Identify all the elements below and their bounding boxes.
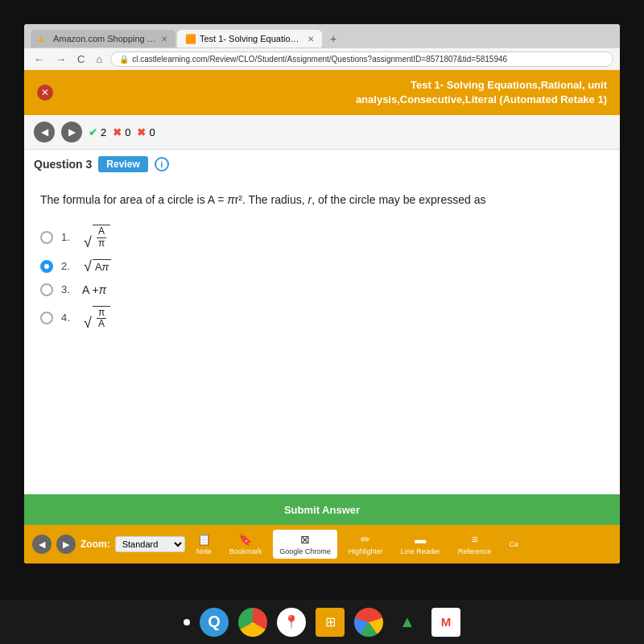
tab-castlelearning-close[interactable]: ✕	[308, 35, 314, 43]
amazon-favicon: a	[39, 34, 48, 43]
toolbar-back-button[interactable]: ◀	[32, 535, 52, 554]
lock-icon: 🔒	[119, 55, 129, 64]
option-3-number: 3.	[61, 283, 74, 295]
taskbar-grid-icon[interactable]: ⊞	[316, 608, 345, 637]
linereader-icon: ▬	[415, 533, 426, 546]
chrome-tool-icon: ⊠	[300, 533, 310, 546]
close-button[interactable]: ✕	[37, 85, 53, 101]
wrong-score-1: ✖ 0	[113, 126, 130, 138]
next-question-button[interactable]: ▶	[61, 122, 82, 142]
reference-icon: ≡	[471, 533, 477, 546]
x-icon-1: ✖	[113, 126, 122, 138]
note-tool-button[interactable]: 📋 Note	[190, 530, 218, 559]
taskbar-q-icon[interactable]: Q	[200, 608, 229, 637]
x-icon-2: ✖	[137, 126, 146, 138]
question-label-row: Question 3 Review i	[24, 150, 620, 179]
tab-bar: a Amazon.com Shopping Cart ✕ 🟧 Test 1- S…	[24, 24, 620, 48]
option-1-number: 1.	[61, 231, 74, 243]
browser-screen: a Amazon.com Shopping Cart ✕ 🟧 Test 1- S…	[24, 24, 620, 564]
bottom-toolbar: ◀ ▶ Zoom: Standard Large Extra Large 📋 N…	[24, 525, 620, 564]
back-button[interactable]: ←	[31, 52, 47, 67]
taskbar-drive-icon[interactable]: ▲	[393, 608, 422, 637]
browser-chrome: a Amazon.com Shopping Cart ✕ 🟧 Test 1- S…	[24, 24, 620, 70]
correct-count: 2	[101, 126, 106, 138]
question-number: Question 3	[34, 158, 92, 171]
linereader-tool-button[interactable]: ▬ Line Reader	[394, 530, 447, 559]
tab-amazon[interactable]: a Amazon.com Shopping Cart ✕	[31, 30, 175, 47]
option-3-formula: A + π	[82, 283, 106, 296]
option-1-radio[interactable]	[40, 231, 53, 244]
ca-label: Ca	[509, 540, 518, 548]
option-3-radio[interactable]	[40, 283, 53, 296]
forward-button[interactable]: →	[52, 52, 69, 67]
ca-tool-button[interactable]: Ca	[502, 537, 525, 551]
review-badge[interactable]: Review	[98, 156, 147, 172]
option-2-formula: √ Aπ	[82, 259, 113, 274]
option-2-row[interactable]: 2. √ Aπ	[40, 259, 604, 274]
question-area: ◀ ▶ ✔ 2 ✖ 0 ✖ 0 Question 3 Review	[24, 115, 620, 525]
zoom-label: Zoom:	[80, 539, 110, 550]
check-icon: ✔	[89, 126, 97, 138]
highlighter-icon: ✏	[361, 533, 370, 546]
bookmark-icon: 🔖	[238, 533, 252, 546]
taskbar-dot[interactable]	[184, 619, 190, 625]
reference-tool-button[interactable]: ≡ Reference	[452, 530, 498, 559]
taskbar-colorwheel-icon[interactable]	[354, 608, 383, 637]
answer-options: 1. √ A π	[40, 225, 604, 330]
option-4-radio[interactable]	[40, 312, 53, 324]
option-2-number: 2.	[61, 260, 74, 272]
google-chrome-tool-button[interactable]: ⊠ Google Chrome	[273, 530, 337, 559]
tab-amazon-close[interactable]: ✕	[161, 35, 167, 43]
browser-content: ✕ Test 1- Solving Equations,Rational, un…	[24, 70, 620, 564]
question-nav-bar: ◀ ▶ ✔ 2 ✖ 0 ✖ 0	[24, 115, 620, 150]
test-title: Test 1- Solving Equations,Rational, unit…	[53, 78, 607, 107]
taskbar-chrome-icon[interactable]	[238, 608, 267, 637]
note-icon: 📋	[197, 533, 211, 546]
taskbar-gmail-icon[interactable]: M	[431, 608, 460, 637]
correct-score: ✔ 2	[89, 126, 106, 138]
prev-question-button[interactable]: ◀	[34, 122, 55, 142]
chrome-tool-label: Google Chrome	[279, 547, 331, 555]
zoom-select[interactable]: Standard Large Extra Large	[115, 536, 185, 552]
golden-header: ✕ Test 1- Solving Equations,Rational, un…	[24, 70, 620, 115]
reference-label: Reference	[458, 547, 492, 555]
wrong-count-2: 0	[149, 126, 155, 138]
home-button[interactable]: ⌂	[93, 52, 105, 67]
option-4-formula: √ π A	[82, 306, 112, 330]
castlelearning-favicon: 🟧	[185, 34, 195, 43]
option-1-row[interactable]: 1. √ A π	[40, 225, 604, 249]
option-4-row[interactable]: 4. √ π A	[40, 306, 604, 330]
tab-amazon-label: Amazon.com Shopping Cart	[53, 34, 156, 43]
address-text: cl.castlelearning.com/Review/CLO/Student…	[132, 55, 507, 64]
option-1-formula: √ A π	[82, 225, 112, 249]
refresh-button[interactable]: C	[74, 52, 88, 67]
wrong-count-1: 0	[125, 126, 130, 138]
toolbar-forward-button[interactable]: ▶	[56, 535, 76, 554]
option-2-radio[interactable]	[40, 260, 53, 273]
submit-answer-button[interactable]: Submit Answer	[24, 494, 620, 525]
tab-castlelearning-label: Test 1- Solving Equations,Ratio…	[200, 34, 303, 43]
taskbar: Q 📍 ⊞ ▲ M	[0, 600, 644, 644]
note-label: Note	[196, 547, 212, 555]
linereader-label: Line Reader	[401, 547, 440, 555]
highlighter-label: Highlighter	[349, 547, 383, 555]
option-3-row[interactable]: 3. A + π	[40, 283, 604, 296]
highlighter-tool-button[interactable]: ✏ Highlighter	[342, 530, 390, 559]
address-bar-row: ← → C ⌂ 🔒 cl.castlelearning.com/Review/C…	[24, 48, 620, 70]
question-text: The formula for area of a circle is A = …	[40, 192, 604, 208]
new-tab-button[interactable]: +	[324, 29, 343, 48]
wrong-score-2: ✖ 0	[137, 126, 155, 138]
info-icon[interactable]: i	[155, 157, 169, 171]
tab-castlelearning[interactable]: 🟧 Test 1- Solving Equations,Ratio… ✕	[177, 30, 322, 47]
bookmark-label: Bookmark	[229, 547, 262, 555]
taskbar-maps-icon[interactable]: 📍	[277, 608, 306, 637]
bookmark-tool-button[interactable]: 🔖 Bookmark	[223, 530, 269, 559]
address-bar[interactable]: 🔒 cl.castlelearning.com/Review/CLO/Stude…	[110, 52, 613, 67]
option-4-number: 4.	[61, 312, 74, 324]
question-content: The formula for area of a circle is A = …	[24, 179, 620, 494]
